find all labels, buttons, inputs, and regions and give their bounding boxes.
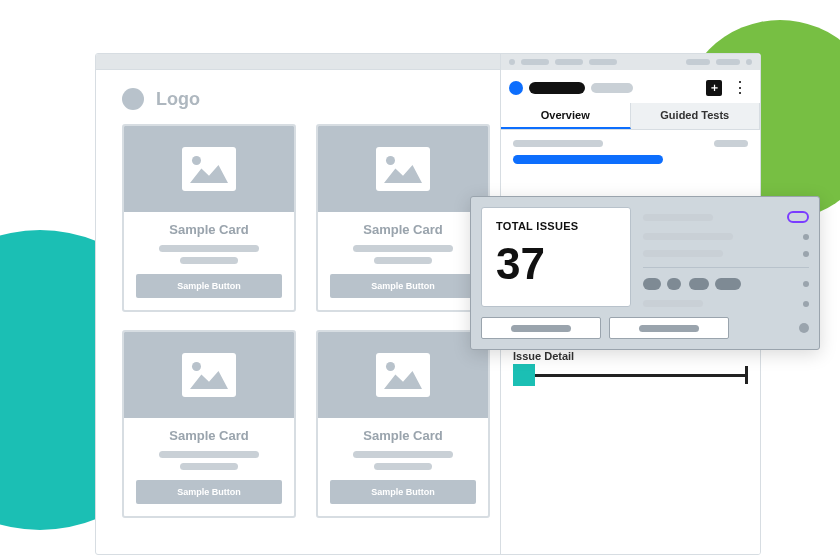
chip (689, 278, 709, 290)
metric-dot-icon (803, 301, 809, 307)
kebab-menu-icon[interactable]: ⋮ (728, 78, 752, 97)
total-issues-label: TOTAL ISSUES (496, 220, 616, 232)
metric-dot-icon (803, 234, 809, 240)
add-icon[interactable]: ＋ (706, 80, 722, 96)
card-text-line (159, 451, 259, 458)
card-image (318, 126, 488, 212)
card-image (124, 332, 294, 418)
toolbar-dot (746, 59, 752, 65)
image-icon (376, 353, 430, 397)
logo-text: Logo (156, 89, 200, 110)
slider-track (535, 374, 745, 377)
summary-actions (481, 317, 809, 339)
card-title: Sample Card (136, 222, 282, 237)
summary-more-icon[interactable] (799, 323, 809, 333)
slider-end-handle[interactable] (745, 366, 748, 384)
panel-header-row: ＋ ⋮ (501, 70, 760, 103)
card-button[interactable]: Sample Button (330, 480, 476, 504)
issue-detail-label: Issue Detail (513, 350, 748, 362)
summary-button[interactable] (481, 317, 601, 339)
card: Sample Card Sample Button (316, 124, 490, 312)
chip (667, 278, 681, 290)
chip (715, 278, 741, 290)
metric-label (643, 233, 733, 240)
page-name (529, 82, 585, 94)
card-text-line (353, 451, 453, 458)
panel-toolbar (501, 54, 760, 70)
card: Sample Card Sample Button (122, 124, 296, 312)
summary-button[interactable] (609, 317, 729, 339)
card-button[interactable]: Sample Button (136, 480, 282, 504)
metric-label (643, 250, 723, 257)
metric-label (643, 300, 703, 307)
card-text-line (374, 257, 432, 264)
metric-dot-icon (803, 251, 809, 257)
card: Sample Card Sample Button (122, 330, 296, 518)
status-dot-icon (509, 81, 523, 95)
issue-detail-slider[interactable] (513, 368, 748, 382)
image-icon (376, 147, 430, 191)
card-title: Sample Card (330, 222, 476, 237)
image-icon (182, 353, 236, 397)
card-text-line (159, 245, 259, 252)
card-text-line (180, 463, 238, 470)
metric-label (643, 214, 713, 221)
card-title: Sample Card (330, 428, 476, 443)
card-text-line (180, 257, 238, 264)
status-badge (787, 211, 809, 223)
image-icon (182, 147, 236, 191)
tab-overview[interactable]: Overview (501, 103, 631, 129)
card-text-line (353, 245, 453, 252)
summary-popover: TOTAL ISSUES 37 (470, 196, 820, 350)
toolbar-item[interactable] (521, 59, 549, 65)
card-image (124, 126, 294, 212)
card-button[interactable]: Sample Button (136, 274, 282, 298)
toolbar-item[interactable] (686, 59, 710, 65)
metrics (643, 207, 809, 307)
toolbar-item[interactable] (555, 59, 583, 65)
total-issues-value: 37 (496, 240, 616, 288)
card: Sample Card Sample Button (316, 330, 490, 518)
toolbar-item[interactable] (589, 59, 617, 65)
tab-guided-tests[interactable]: Guided Tests (631, 103, 761, 129)
card-button[interactable]: Sample Button (330, 274, 476, 298)
chip (643, 278, 661, 290)
card-text-line (374, 463, 432, 470)
placeholder-text (513, 140, 603, 147)
card-title: Sample Card (136, 428, 282, 443)
slider-knob[interactable] (513, 364, 535, 386)
toolbar-dot (509, 59, 515, 65)
card-image (318, 332, 488, 418)
page-meta (591, 83, 633, 93)
brand: Logo (122, 88, 200, 110)
logo-icon (122, 88, 144, 110)
toolbar-item[interactable] (716, 59, 740, 65)
tabs: Overview Guided Tests (501, 103, 760, 130)
divider (643, 267, 809, 268)
progress-bar (513, 155, 663, 164)
total-issues-box: TOTAL ISSUES 37 (481, 207, 631, 307)
placeholder-text (714, 140, 748, 147)
metric-dot-icon (803, 281, 809, 287)
